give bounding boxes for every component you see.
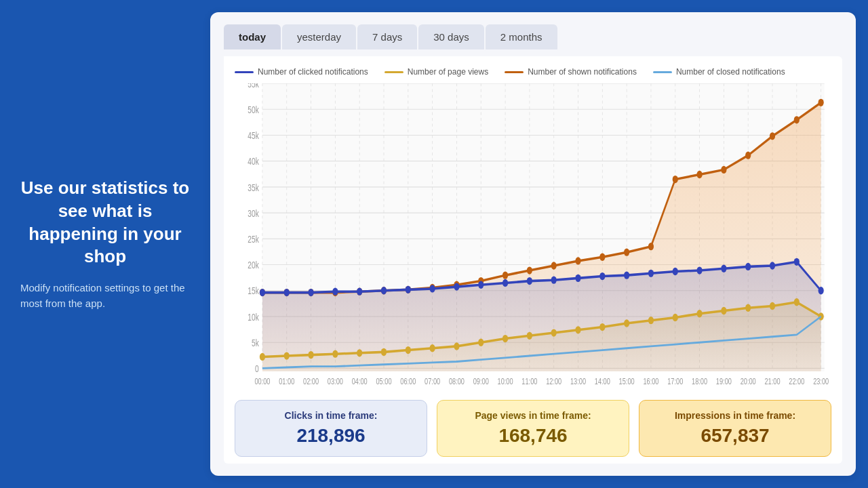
legend-clicked: Number of clicked notifications <box>235 67 368 77</box>
svg-point-140 <box>721 307 726 314</box>
svg-point-123 <box>308 351 313 359</box>
svg-point-100 <box>332 288 338 296</box>
tab-today[interactable]: today <box>224 24 281 49</box>
svg-point-89 <box>648 243 654 250</box>
stat-clicks-value: 218,896 <box>246 425 416 447</box>
main-chart: 55k 50k 45k 40k 35k 30k 25k 20k 15k 10k … <box>235 83 831 390</box>
svg-text:09:00: 09:00 <box>473 377 489 386</box>
svg-point-141 <box>745 304 751 312</box>
svg-point-127 <box>406 346 411 354</box>
svg-point-113 <box>648 270 654 277</box>
svg-text:35k: 35k <box>248 182 259 193</box>
svg-point-138 <box>673 314 678 321</box>
stat-impressions-label: Impressions in time frame: <box>650 410 820 421</box>
svg-point-129 <box>454 342 459 350</box>
svg-point-88 <box>624 248 629 256</box>
svg-text:13:00: 13:00 <box>570 377 586 386</box>
stats-row: Clicks in time frame: 218,896 Page views… <box>235 400 831 457</box>
svg-point-119 <box>794 258 800 266</box>
tab-2months[interactable]: 2 months <box>486 24 557 49</box>
tab-yesterday[interactable]: yesterday <box>282 24 356 49</box>
svg-point-117 <box>745 263 751 270</box>
svg-point-126 <box>381 348 387 356</box>
stat-clicks-label: Clicks in time frame: <box>246 410 416 421</box>
svg-point-87 <box>599 253 605 261</box>
chart-legend: Number of clicked notifications Number o… <box>235 67 831 77</box>
svg-point-95 <box>794 116 800 123</box>
legend-closed: Number of closed notifications <box>653 67 785 77</box>
svg-text:04:00: 04:00 <box>352 377 368 386</box>
svg-point-136 <box>624 319 629 327</box>
svg-point-124 <box>332 350 338 358</box>
svg-text:03:00: 03:00 <box>328 377 343 386</box>
svg-point-108 <box>527 277 532 285</box>
svg-point-139 <box>696 310 702 317</box>
svg-text:45k: 45k <box>248 130 259 141</box>
svg-text:07:00: 07:00 <box>425 377 440 386</box>
svg-point-128 <box>430 344 435 352</box>
svg-text:21:00: 21:00 <box>765 377 781 386</box>
svg-point-134 <box>575 326 580 333</box>
stat-clicks: Clicks in time frame: 218,896 <box>235 400 427 457</box>
svg-point-122 <box>284 352 290 359</box>
svg-point-102 <box>381 287 387 294</box>
svg-point-86 <box>575 257 580 264</box>
svg-text:14:00: 14:00 <box>595 377 610 386</box>
svg-point-99 <box>308 289 313 296</box>
legend-closed-line <box>653 71 672 73</box>
svg-text:12:00: 12:00 <box>546 377 561 386</box>
svg-text:16:00: 16:00 <box>643 377 658 386</box>
main-description: Modify notification settings to get the … <box>20 281 190 311</box>
legend-pageviews-label: Number of page views <box>408 67 488 77</box>
svg-point-142 <box>770 302 775 310</box>
main-heading: Use our statistics to see what is happen… <box>20 177 190 268</box>
svg-point-131 <box>502 335 508 342</box>
svg-text:17:00: 17:00 <box>667 377 683 386</box>
svg-point-109 <box>551 277 557 284</box>
tab-7days[interactable]: 7 days <box>357 24 417 49</box>
svg-point-111 <box>599 272 605 280</box>
chart-area: Number of clicked notifications Number o… <box>224 56 842 464</box>
svg-text:01:00: 01:00 <box>279 377 294 386</box>
stat-pageviews: Page views in time frame: 168,746 <box>437 400 629 457</box>
svg-text:10k: 10k <box>248 312 259 323</box>
legend-pageviews-line <box>384 71 403 73</box>
svg-point-98 <box>284 289 290 296</box>
svg-point-93 <box>745 152 751 159</box>
legend-closed-label: Number of closed notifications <box>676 67 785 77</box>
svg-text:05:00: 05:00 <box>376 377 391 386</box>
svg-point-94 <box>770 132 775 140</box>
svg-text:25k: 25k <box>248 234 259 245</box>
svg-point-135 <box>599 323 605 331</box>
svg-point-110 <box>575 274 580 282</box>
legend-shown: Number of shown notifications <box>505 67 637 77</box>
svg-text:20:00: 20:00 <box>741 377 756 386</box>
svg-point-120 <box>818 287 824 294</box>
svg-point-84 <box>527 266 532 274</box>
tab-bar: today yesterday 7 days 30 days 2 months <box>224 24 842 49</box>
svg-point-115 <box>696 266 702 274</box>
left-panel: Use our statistics to see what is happen… <box>0 0 210 488</box>
tab-30days[interactable]: 30 days <box>418 24 484 49</box>
svg-point-96 <box>818 99 824 106</box>
svg-text:10:00: 10:00 <box>498 377 513 386</box>
legend-clicked-label: Number of clicked notifications <box>258 67 368 77</box>
svg-point-118 <box>770 262 775 269</box>
svg-point-133 <box>551 329 557 336</box>
svg-text:06:00: 06:00 <box>400 377 416 386</box>
stat-impressions-value: 657,837 <box>650 425 820 447</box>
svg-point-143 <box>794 298 800 306</box>
svg-text:19:00: 19:00 <box>716 377 732 386</box>
svg-point-114 <box>673 268 678 275</box>
stat-pageviews-label: Page views in time frame: <box>448 410 618 421</box>
svg-text:08:00: 08:00 <box>449 377 465 386</box>
legend-shown-line <box>505 71 524 73</box>
svg-point-121 <box>260 353 265 361</box>
svg-point-97 <box>260 289 265 296</box>
svg-text:55k: 55k <box>248 83 259 89</box>
stat-impressions: Impressions in time frame: 657,837 <box>639 400 831 457</box>
svg-text:30k: 30k <box>248 208 259 219</box>
svg-text:18:00: 18:00 <box>692 377 707 386</box>
svg-text:00:00: 00:00 <box>254 377 270 386</box>
svg-point-132 <box>527 332 532 340</box>
